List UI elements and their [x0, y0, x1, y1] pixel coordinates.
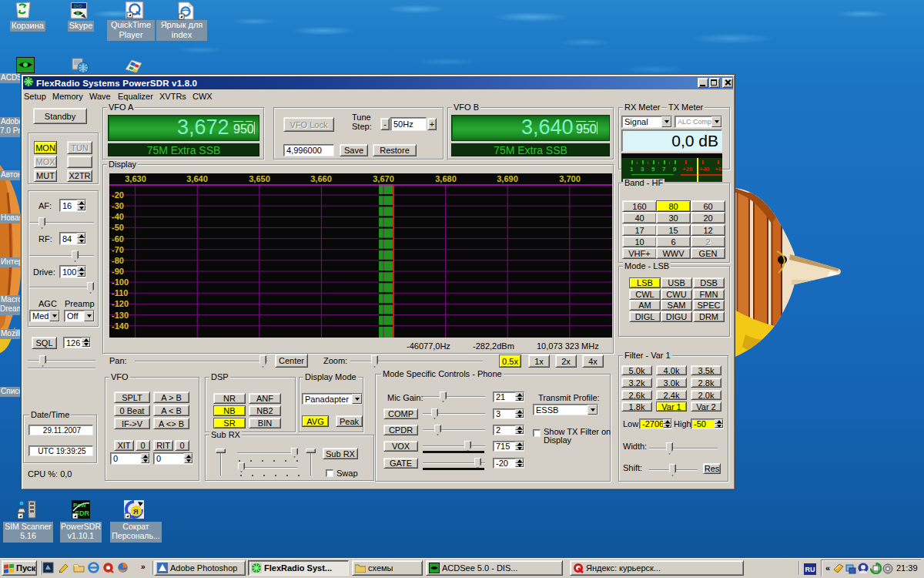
- svg-text:-100: -100: [112, 277, 129, 287]
- svg-text:3,670: 3,670: [373, 174, 394, 183]
- svg-text:-130: -130: [112, 311, 129, 320]
- svg-text:-90: -90: [112, 267, 124, 276]
- svg-text:Я: Я: [133, 508, 138, 516]
- svg-text:3,700: 3,700: [559, 174, 581, 183]
- svg-text:-80: -80: [112, 256, 124, 265]
- svg-text:3,630: 3,630: [125, 174, 146, 183]
- svg-text:-30: -30: [112, 201, 124, 210]
- svg-text:3,680: 3,680: [435, 174, 457, 183]
- svg-text:3,650: 3,650: [249, 174, 270, 183]
- svg-text:-70: -70: [112, 245, 124, 254]
- svg-text:3,660: 3,660: [310, 174, 332, 183]
- svg-text:-120: -120: [112, 299, 129, 308]
- svg-text:-20: -20: [112, 190, 124, 200]
- svg-text:-140: -140: [112, 321, 129, 331]
- svg-text:-40: -40: [112, 212, 124, 221]
- svg-text:-50: -50: [112, 223, 124, 232]
- svg-text:DVD: DVD: [74, 4, 82, 8]
- svg-text:-60: -60: [112, 234, 124, 244]
- svg-text:3,690: 3,690: [497, 174, 518, 183]
- svg-text:-110: -110: [112, 288, 128, 297]
- svg-text:3,640: 3,640: [186, 174, 208, 183]
